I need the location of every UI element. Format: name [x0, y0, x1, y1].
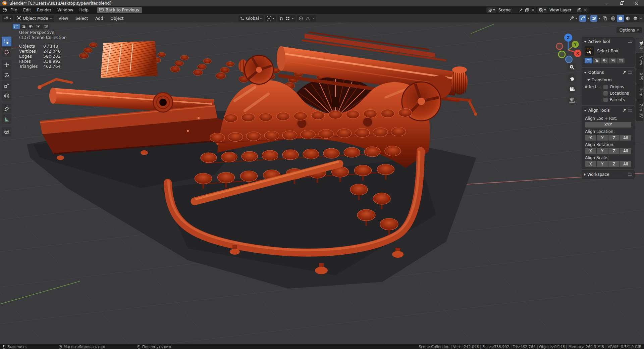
- panel-grip-icon[interactable]: [628, 173, 632, 176]
- scene-name[interactable]: Scene: [496, 8, 518, 12]
- align-rotation-x[interactable]: X: [585, 148, 596, 154]
- sidebar-tab-zenuv[interactable]: Zen UV: [636, 100, 643, 121]
- align-location-x[interactable]: X: [585, 135, 596, 141]
- sidebar-tab-view[interactable]: View: [636, 53, 643, 68]
- tool-rotate[interactable]: [2, 70, 11, 80]
- select-mode-extend[interactable]: [20, 24, 27, 29]
- scene-browse-button[interactable]: [487, 7, 496, 13]
- snap-toggle[interactable]: [277, 15, 296, 22]
- select-mode-set[interactable]: [13, 24, 20, 29]
- align-scale-x[interactable]: X: [585, 161, 596, 167]
- mode-set[interactable]: [585, 58, 592, 63]
- shading-rendered-button[interactable]: [632, 15, 639, 22]
- pin-icon[interactable]: [622, 70, 626, 74]
- show-gizmo-dropdown[interactable]: [569, 15, 578, 22]
- panel-options-header[interactable]: Options: [582, 68, 634, 77]
- tool-transform[interactable]: [2, 91, 11, 101]
- subpanel-transform-header[interactable]: Transform: [582, 77, 634, 84]
- shading-caret[interactable]: [640, 18, 642, 19]
- pin-icon[interactable]: [622, 108, 626, 112]
- tool-annotate[interactable]: [2, 104, 11, 113]
- panel-active-tool-header[interactable]: Active Tool: [582, 38, 634, 46]
- gizmo-neg-y[interactable]: [558, 51, 565, 58]
- select-mode-invert[interactable]: [35, 24, 42, 29]
- checkbox-locations[interactable]: [603, 91, 608, 96]
- menu-window[interactable]: Window: [54, 7, 76, 13]
- mode-intersect[interactable]: [617, 58, 625, 63]
- scene-pin-button[interactable]: [518, 8, 524, 12]
- panel-workspace-header[interactable]: Workspace: [582, 170, 634, 179]
- zoom-view-button[interactable]: [568, 63, 576, 71]
- panel-grip-icon[interactable]: [628, 109, 632, 112]
- select-mode-subtract[interactable]: [28, 24, 35, 29]
- panel-grip-icon[interactable]: [628, 40, 632, 43]
- menu-help[interactable]: Help: [76, 7, 91, 13]
- shading-wireframe-button[interactable]: [609, 15, 617, 22]
- align-rotation-z[interactable]: Z: [608, 148, 620, 154]
- proportional-editing-toggle[interactable]: [297, 15, 316, 22]
- pivot-point-selector[interactable]: [265, 15, 276, 22]
- checkbox-origins[interactable]: [603, 85, 608, 89]
- align-location-all[interactable]: All: [620, 135, 631, 141]
- align-scale-all[interactable]: All: [620, 161, 631, 167]
- panel-align-tools-header[interactable]: Align Tools: [582, 106, 634, 114]
- close-button[interactable]: [629, 0, 644, 6]
- tool-scale[interactable]: [2, 81, 11, 90]
- align-scale-y[interactable]: Y: [597, 161, 608, 167]
- checkbox-parents[interactable]: [603, 98, 608, 102]
- scene-unlink-button[interactable]: [530, 8, 536, 12]
- tool-move[interactable]: [2, 60, 11, 69]
- 3d-viewport[interactable]: Options: [0, 22, 644, 344]
- shading-material-button[interactable]: [624, 15, 632, 22]
- tool-cursor[interactable]: [2, 47, 11, 57]
- mode-subtract[interactable]: [601, 58, 608, 63]
- select-mode-intersect[interactable]: [42, 24, 49, 29]
- gizmo-neg-z[interactable]: [566, 56, 572, 63]
- menu-add[interactable]: Add: [92, 15, 106, 22]
- align-rotation-all[interactable]: All: [620, 148, 631, 154]
- tool-measure[interactable]: [2, 114, 11, 124]
- perspective-toggle-button[interactable]: [568, 96, 576, 105]
- align-location-y[interactable]: Y: [597, 135, 608, 141]
- back-to-previous-button[interactable]: Back to Previous: [97, 7, 143, 13]
- view-layer-name[interactable]: View Layer: [547, 8, 576, 12]
- scene-selector[interactable]: Scene: [486, 7, 536, 13]
- shading-solid-button[interactable]: [617, 15, 624, 22]
- panel-grip-icon[interactable]: [628, 71, 632, 74]
- transform-orientation-selector[interactable]: Global: [238, 15, 263, 22]
- blender-menu-icon[interactable]: [2, 8, 7, 12]
- sidebar-tab-item[interactable]: Item: [636, 84, 643, 100]
- camera-view-button[interactable]: [568, 85, 576, 94]
- navigation-gizmo[interactable]: Z Y X: [551, 31, 586, 66]
- menu-object[interactable]: Object: [107, 15, 126, 22]
- sidebar-tab-xps[interactable]: XPS: [636, 69, 643, 84]
- gizmos-toggle[interactable]: [579, 15, 586, 22]
- align-xyz-button[interactable]: XYZ: [585, 122, 631, 128]
- align-rotation-y[interactable]: Y: [597, 148, 608, 154]
- view-layer-browse-button[interactable]: [538, 7, 547, 13]
- align-scale-z[interactable]: Z: [608, 161, 620, 167]
- mode-extend[interactable]: [593, 58, 600, 63]
- gizmos-caret[interactable]: [587, 18, 589, 19]
- menu-view[interactable]: View: [56, 15, 71, 22]
- mode-selector[interactable]: Object Mode: [14, 15, 54, 22]
- mode-invert[interactable]: [609, 58, 616, 63]
- align-location-z[interactable]: Z: [608, 135, 620, 141]
- editor-type-selector[interactable]: [2, 15, 13, 22]
- restore-button[interactable]: [614, 0, 629, 6]
- menu-select[interactable]: Select: [72, 15, 91, 22]
- view-layer-selector[interactable]: View Layer: [537, 7, 588, 13]
- tool-add-cube[interactable]: [2, 127, 11, 137]
- pan-view-button[interactable]: [568, 74, 576, 83]
- active-tool-icon[interactable]: [585, 46, 594, 56]
- overlays-caret[interactable]: [598, 18, 600, 19]
- minimize-button[interactable]: [599, 0, 614, 6]
- menu-file[interactable]: File: [7, 7, 20, 13]
- xray-toggle[interactable]: [601, 15, 608, 22]
- viewport-canvas[interactable]: [0, 22, 644, 344]
- menu-edit[interactable]: Edit: [20, 7, 34, 13]
- view-layer-remove-button[interactable]: [583, 8, 588, 12]
- overlays-toggle[interactable]: [590, 15, 597, 22]
- tool-select-box[interactable]: [2, 37, 11, 46]
- menu-render[interactable]: Render: [34, 7, 54, 13]
